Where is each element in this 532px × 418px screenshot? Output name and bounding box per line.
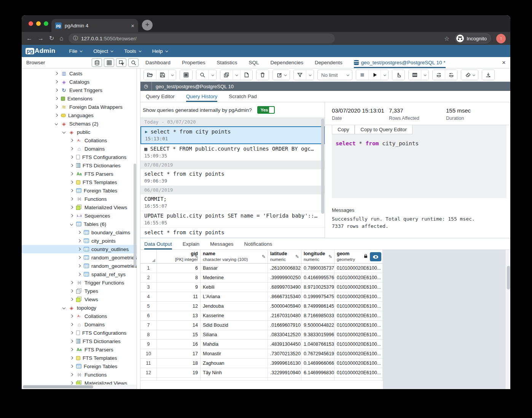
chevron-right-icon[interactable] [70, 281, 73, 284]
copy-to-query-editor-button[interactable]: Copy to Query Editor [355, 125, 412, 134]
tree-item-fts-configurations[interactable]: FTS Configurations [22, 329, 137, 337]
close-panel-icon[interactable]: × [502, 59, 506, 67]
save-dropdown-chevron-icon[interactable] [168, 70, 176, 80]
chevron-right-icon[interactable] [70, 323, 73, 326]
database-stack-button[interactable] [92, 58, 102, 67]
chevron-right-icon[interactable] [70, 181, 73, 184]
menu-file[interactable]: File [69, 48, 82, 54]
site-info-icon[interactable]: ⓘ [73, 35, 78, 42]
filter-dropdown-chevron-icon[interactable] [306, 70, 314, 80]
chevron-right-icon[interactable] [70, 365, 73, 368]
column-header-geom[interactable]: geom geometry [334, 250, 383, 264]
tab-dependencies[interactable]: Dependencies [271, 57, 303, 68]
tree-item-types[interactable]: Types [22, 287, 137, 295]
tree-item-functions[interactable]: {≡}Functions [22, 195, 137, 203]
column-header-name[interactable]: name character varying (100) ✎ [201, 250, 268, 264]
column-header-longitude[interactable]: longitude numeric ✎ [301, 250, 334, 264]
copy-button[interactable] [220, 70, 233, 80]
execute-query-button[interactable] [368, 70, 381, 80]
chevron-right-icon[interactable] [70, 214, 73, 217]
window-maximize-button[interactable] [44, 21, 48, 26]
tab-query-history[interactable]: Query History [186, 91, 218, 102]
tree-item-domains[interactable]: ⌂Domains [22, 320, 137, 329]
chevron-down-icon[interactable] [62, 130, 65, 134]
tree-item-tables-6[interactable]: Tables (6) [22, 220, 137, 228]
chevron-right-icon[interactable] [78, 273, 81, 276]
tab-dashboard[interactable]: Dashboard [145, 57, 170, 68]
reload-icon[interactable]: ↻ [49, 35, 54, 41]
new-tab-button[interactable]: + [142, 20, 153, 30]
tree-item-materialized-views[interactable]: Materialized Views [22, 203, 137, 211]
menu-tools[interactable]: Tools [124, 48, 141, 54]
chevron-right-icon[interactable] [70, 373, 73, 376]
tree-item-random-geometries[interactable]: random_geometries [22, 262, 137, 270]
browser-tab[interactable]: pg pgAdmin 4 × [51, 19, 138, 32]
history-item[interactable]: ▶select * from city_points15:13:01 [140, 126, 325, 144]
column-header-latitude[interactable]: latitude numeric ✎ [268, 250, 301, 264]
chevron-right-icon[interactable] [70, 197, 73, 200]
tree-item-fts-parsers[interactable]: AaFTS Parsers [22, 170, 137, 178]
tab-dependents[interactable]: Dependents [315, 57, 342, 68]
chevron-right-icon[interactable] [55, 97, 58, 100]
chevron-right-icon[interactable] [70, 189, 73, 192]
chevron-right-icon[interactable] [70, 289, 73, 292]
tab-messages[interactable]: Messages [210, 238, 234, 250]
chevron-right-icon[interactable] [70, 340, 73, 343]
menu-object[interactable]: Object [93, 48, 113, 54]
profile-avatar[interactable]: ↑ [496, 34, 506, 43]
tree-item-city-points[interactable]: city_points [22, 237, 137, 245]
menu-help[interactable]: Help [152, 48, 167, 54]
chevron-right-icon[interactable] [55, 105, 58, 108]
chevron-right-icon[interactable] [70, 156, 73, 159]
open-file-button[interactable] [144, 70, 156, 80]
tab-query-tool-active[interactable]: geo_test/postgres@PostgreSQL 10 * [354, 57, 446, 68]
tree-item-casts[interactable]: ▥Casts [22, 69, 137, 78]
macro-rows-button[interactable] [409, 70, 421, 80]
sidebar-horizontal-scrollbar[interactable] [23, 385, 93, 388]
delete-button[interactable] [256, 70, 269, 80]
tab-query-editor[interactable]: Query Editor [146, 91, 175, 102]
tree-item-boundary-claims[interactable]: boundary_claims [22, 228, 137, 237]
tab-sql[interactable]: SQL [249, 57, 259, 68]
history-item[interactable]: COMMIT;16:55:07 [140, 194, 325, 211]
tree-item-random-geometries[interactable]: random_geometries [22, 253, 137, 262]
grid-vertical-scrollbar[interactable] [507, 266, 510, 289]
tree-item-schemas-2[interactable]: ◈Schemas (2) [22, 119, 137, 128]
tree-item-country-outlines[interactable]: country_outlines [22, 245, 137, 253]
chevron-right-icon[interactable] [70, 298, 73, 301]
chevron-right-icon[interactable] [70, 356, 73, 359]
paste-button[interactable] [240, 70, 252, 80]
chevron-right-icon[interactable] [55, 89, 58, 92]
tree-item-functions[interactable]: {≡}Functions [22, 370, 137, 379]
tree-item-spatial-ref-sys[interactable]: spatial_ref_sys [22, 270, 137, 278]
chevron-down-icon[interactable] [62, 306, 65, 309]
history-item[interactable]: select * from city_points09:06:39 [140, 169, 325, 186]
chevron-right-icon[interactable] [70, 139, 73, 142]
window-minimize-button[interactable] [36, 21, 41, 26]
tree-item-languages[interactable]: Languages [22, 111, 137, 119]
view-geometry-button[interactable] [370, 252, 381, 261]
tree-item-fts-templates[interactable]: FTS Templates [22, 178, 137, 186]
rollback-button[interactable] [445, 70, 457, 80]
edit-grid-button[interactable] [180, 70, 192, 80]
chevron-right-icon[interactable] [70, 315, 73, 318]
history-item[interactable]: UPDATE public.city_points SET name = 'Fl… [140, 211, 325, 228]
chevron-right-icon[interactable] [78, 231, 81, 234]
chevron-right-icon[interactable] [55, 80, 58, 83]
chevron-right-icon[interactable] [78, 264, 81, 267]
chevron-right-icon[interactable] [78, 239, 81, 242]
find-dropdown-chevron-icon[interactable] [209, 70, 216, 80]
tab-notifications[interactable]: Notifications [244, 238, 272, 250]
tree-item-collations[interactable]: A↓Collations [22, 136, 137, 145]
tree-item-trigger-functions[interactable]: {≡}Trigger Functions [22, 278, 137, 287]
tree-item-fts-parsers[interactable]: AaFTS Parsers [22, 345, 137, 354]
edit-pencil-icon[interactable]: ✎ [328, 254, 332, 259]
tree-item-extensions[interactable]: Extensions [22, 94, 137, 103]
chevron-right-icon[interactable] [70, 172, 73, 175]
row-limit-select[interactable]: No limit [317, 70, 352, 80]
edit-pencil-icon[interactable]: ✎ [262, 254, 266, 259]
tree-item-foreign-tables[interactable]: Foreign Tables [22, 186, 137, 195]
filter-grid-button[interactable] [116, 58, 126, 67]
download-button[interactable] [482, 70, 494, 80]
tree-item-foreign-data-wrappers[interactable]: ≋Foreign Data Wrappers [22, 103, 137, 111]
